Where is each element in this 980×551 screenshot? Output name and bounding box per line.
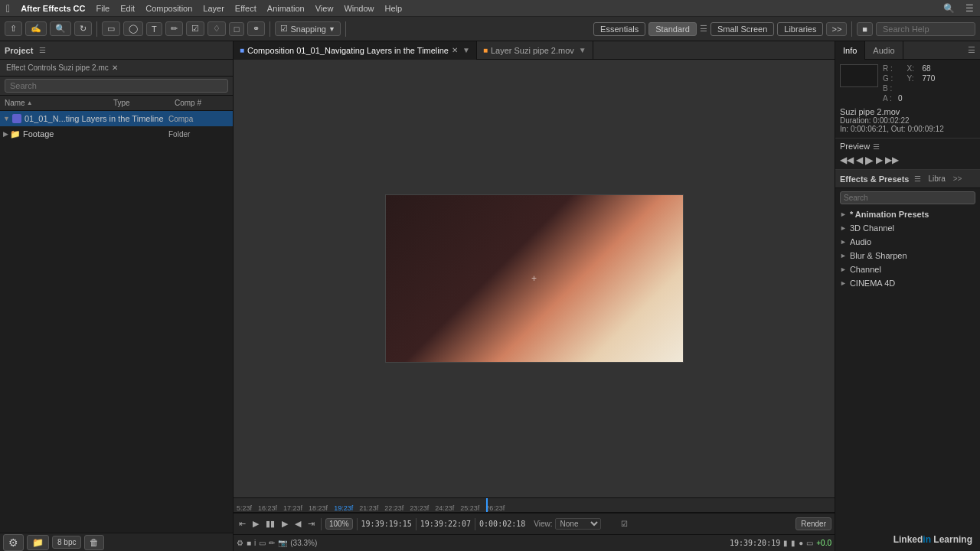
- libraries-btn[interactable]: Libra: [924, 174, 950, 183]
- tool-shape-rect[interactable]: ▭: [102, 21, 120, 36]
- prev-play-btn[interactable]: ▶: [865, 154, 874, 166]
- color-swatch: [840, 64, 878, 87]
- info-panel-menu-icon[interactable]: ☰: [963, 45, 980, 55]
- vc-prev-frame-btn[interactable]: ▶: [250, 519, 261, 529]
- prev-first-btn[interactable]: ◀◀: [840, 155, 854, 165]
- bb-safe-btn[interactable]: ▭: [259, 539, 266, 547]
- tool-select[interactable]: ⇧: [5, 21, 22, 36]
- standard-menu-icon[interactable]: ☰: [700, 24, 707, 34]
- ruler-time-7: 23:23f: [410, 504, 429, 512]
- prev-last-btn[interactable]: ▶▶: [885, 155, 899, 165]
- ruler-time-3: 18:23f: [309, 504, 328, 512]
- preview-controls: ◀◀ ◀ ▶ ▶ ▶▶: [840, 154, 975, 166]
- ep-menu-icon[interactable]: ☰: [914, 174, 921, 183]
- layer-tab-menu-icon[interactable]: ▼: [579, 46, 586, 54]
- vc-beginning-btn[interactable]: ⇤: [237, 519, 248, 529]
- viewer-layout[interactable]: ■: [857, 22, 873, 36]
- comp-tab-close-icon[interactable]: ✕: [452, 46, 458, 54]
- tool-puppet[interactable]: ⚭: [247, 21, 265, 36]
- ep-search-input[interactable]: [840, 191, 975, 204]
- tab-composition[interactable]: ■ Composition 01_01_Navigating Layers in…: [234, 41, 477, 60]
- menu-effect[interactable]: Effect: [235, 4, 256, 13]
- tool-hand[interactable]: ✍: [25, 21, 47, 36]
- vc-next-frame-btn[interactable]: ◀: [292, 519, 303, 529]
- item-expand-footage-icon[interactable]: ▶: [3, 130, 8, 138]
- bb-info-btn[interactable]: i: [254, 539, 256, 547]
- item-expand-icon[interactable]: ▼: [3, 115, 10, 122]
- expand-workspaces[interactable]: >>: [826, 22, 847, 36]
- bb-extract-btn[interactable]: ▭: [806, 539, 813, 547]
- workspace-small-screen[interactable]: Small Screen: [710, 22, 774, 36]
- prev-back-btn[interactable]: ◀: [856, 155, 863, 165]
- bb-set-out-btn[interactable]: ▮: [791, 539, 795, 547]
- effect-tab-close-icon[interactable]: ✕: [112, 64, 118, 72]
- tool-pen[interactable]: ✏: [165, 21, 183, 36]
- comp-tab-menu-icon[interactable]: ▼: [462, 46, 470, 54]
- in-value: 0:00:06:21,: [851, 125, 889, 133]
- snap-toggle[interactable]: ☑ Snapping ▼: [275, 21, 340, 36]
- menu-layer[interactable]: Layer: [203, 4, 224, 13]
- ep-label-channel: Channel: [850, 265, 881, 274]
- delete-item-btn[interactable]: 🗑: [84, 535, 104, 550]
- tool-brush[interactable]: ☑: [186, 21, 204, 36]
- vc-stop-btn[interactable]: ▮▮: [263, 519, 277, 529]
- ep-item-cinema4d[interactable]: ► CINEMA 4D: [835, 276, 980, 290]
- menu-help[interactable]: Help: [385, 4, 403, 13]
- menu-composition[interactable]: Composition: [145, 4, 192, 13]
- vc-play-btn[interactable]: ▶: [279, 519, 290, 529]
- workspace-standard[interactable]: Standard: [648, 22, 697, 36]
- search-help-input[interactable]: [876, 22, 975, 36]
- menu-view[interactable]: View: [315, 4, 334, 13]
- tab-layer[interactable]: ■ Layer Suzi pipe 2.mov ▼: [477, 41, 593, 60]
- tool-text[interactable]: T: [146, 22, 162, 36]
- tool-eraser[interactable]: □: [229, 22, 245, 36]
- project-search-input[interactable]: [5, 79, 228, 93]
- bb-lift-btn[interactable]: ●: [799, 539, 803, 547]
- effects-presets-header: Effects & Presets ☰ Libra >>: [835, 170, 980, 188]
- new-item-btn[interactable]: ⚙: [3, 534, 24, 551]
- project-item-footage[interactable]: ▶ 📁 Footage Folder: [0, 126, 233, 142]
- menu-edit[interactable]: Edit: [120, 4, 135, 13]
- ep-item-3dchannel[interactable]: ► 3D Channel: [835, 221, 980, 235]
- tool-rotate[interactable]: ↻: [74, 21, 92, 36]
- ep-item-blur-sharpen[interactable]: ► Blur & Sharpen: [835, 249, 980, 262]
- tool-clone[interactable]: ♢: [207, 21, 226, 36]
- vc-zoom-in[interactable]: 100%: [325, 518, 353, 530]
- bb-snap-btn[interactable]: ✏: [269, 539, 275, 547]
- bb-grid-btn[interactable]: ■: [247, 539, 251, 547]
- item-label-footage: Footage: [23, 129, 168, 139]
- menu-animation[interactable]: Animation: [267, 4, 305, 13]
- ep-item-channel[interactable]: ► Channel: [835, 262, 980, 276]
- vc-view-select[interactable]: None: [555, 518, 601, 530]
- project-settings-btn[interactable]: 8 bpc: [52, 536, 81, 549]
- menu-window[interactable]: Window: [344, 4, 374, 13]
- linkedin-branding: Linkedin Learning: [893, 533, 972, 545]
- prev-fwd-btn[interactable]: ▶: [876, 155, 883, 165]
- viewer-canvas: +: [385, 194, 684, 363]
- tool-zoom[interactable]: 🔍: [50, 21, 71, 36]
- bb-settings-btn[interactable]: ⚙: [237, 539, 243, 547]
- tab-audio[interactable]: Audio: [865, 41, 903, 60]
- vc-checkbox[interactable]: ☑: [621, 520, 628, 528]
- project-table-header: Name ▲ Type Comp #: [0, 96, 233, 111]
- render-button[interactable]: Render: [795, 517, 831, 530]
- bb-set-in-btn[interactable]: ▮: [783, 539, 788, 547]
- ep-label-cinema4d: CINEMA 4D: [850, 279, 895, 288]
- tab-info[interactable]: Info: [835, 41, 865, 60]
- new-folder-btn[interactable]: 📁: [27, 535, 49, 550]
- preview-menu-icon[interactable]: ☰: [873, 142, 880, 151]
- ep-expand-icon[interactable]: >>: [953, 174, 962, 183]
- ep-item-audio[interactable]: ► Audio: [835, 235, 980, 249]
- panel-menu-icon[interactable]: ☰: [39, 46, 46, 54]
- menubar:  After Effects CC File Edit Composition…: [0, 0, 980, 17]
- vc-end-btn[interactable]: ⇥: [305, 519, 317, 529]
- workspace-libraries[interactable]: Libraries: [777, 22, 823, 36]
- ep-item-animation-presets[interactable]: ► * Animation Presets: [835, 207, 980, 221]
- comp-tab-label: Composition 01_01_Navigating Layers in t…: [247, 46, 449, 55]
- workspace-essentials[interactable]: Essentials: [593, 22, 645, 36]
- tool-shape-round[interactable]: ◯: [123, 21, 143, 36]
- bb-camera-btn[interactable]: 📷: [278, 539, 287, 547]
- col-type-label: Type: [110, 99, 172, 107]
- menu-file[interactable]: File: [96, 4, 109, 13]
- project-item-comp1[interactable]: ▼ 01_01_N...ting Layers in the Timeline …: [0, 111, 233, 126]
